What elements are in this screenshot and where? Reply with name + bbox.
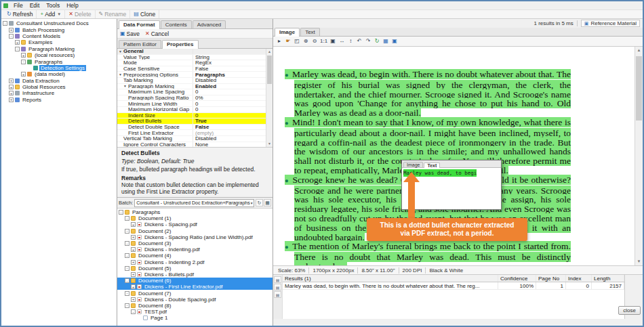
batch-tree-item[interactable]: Page 1 <box>117 315 273 321</box>
collapse-box-icon[interactable]: - <box>125 278 129 283</box>
collapse-box-icon[interactable]: - <box>21 60 26 64</box>
collapse-box-icon[interactable]: - <box>125 266 129 271</box>
batch-refresh-icon[interactable]: ↻ <box>256 199 263 206</box>
expand-box-icon[interactable]: + <box>131 272 136 277</box>
scrollbar-thumb[interactable] <box>636 56 642 121</box>
combo-dropdown-icon[interactable]: ▼ <box>250 201 254 205</box>
results-column-header[interactable]: Index <box>566 275 592 282</box>
batch-tree-item[interactable]: -Paragraphs <box>117 209 273 215</box>
save-button[interactable]: ▣ Save <box>120 30 140 37</box>
batch-tree-item[interactable]: -Document (7) <box>117 290 273 296</box>
batch-tree-item[interactable]: -Document (6) <box>117 278 273 284</box>
expand-box-icon[interactable]: + <box>9 91 14 95</box>
collapse-arrow-icon[interactable]: ▼ <box>123 84 127 88</box>
scroll-down-icon[interactable]: ▼ <box>266 141 273 147</box>
zoom-actual-icon[interactable]: 1:1 <box>319 37 328 45</box>
scroll-up-icon[interactable]: ▲ <box>635 47 643 54</box>
text-preview-popup[interactable]: ImageText Marley was dead, to begi <box>401 160 502 210</box>
expand-box-icon[interactable]: + <box>21 53 26 58</box>
expand-box-icon[interactable]: + <box>9 79 14 83</box>
tab-properties[interactable]: Properties <box>162 40 199 49</box>
batch-tree-item[interactable]: -TEST.pdf <box>117 309 273 315</box>
results-row[interactable]: Marley was dead, to begin with. There is… <box>283 282 624 290</box>
batch-tree-item[interactable]: +Dickens - Double Spacing.pdf <box>117 297 273 303</box>
nav-tree-item[interactable]: +Examples <box>1 39 117 45</box>
refresh-image-icon[interactable]: ↻ <box>373 37 381 45</box>
menu-tools[interactable]: Tools <box>43 2 63 9</box>
add-button[interactable]: +Add▼ <box>37 10 65 18</box>
select-pointer-icon[interactable]: ▸ <box>275 37 283 45</box>
viewport-scrollbar[interactable]: ▲ ▼ <box>635 47 643 265</box>
batch-tree-item[interactable]: -Document (2) <box>117 228 273 234</box>
expand-box-icon[interactable]: + <box>131 235 136 240</box>
batch-tree-item[interactable]: -Document (5) <box>117 265 273 271</box>
menu-file[interactable]: File <box>10 2 26 9</box>
properties-scrollbar[interactable]: ▲ ▼ <box>266 49 273 147</box>
menu-help[interactable]: Help <box>63 2 81 9</box>
collapse-box-icon[interactable]: - <box>15 47 20 51</box>
collapse-box-icon[interactable]: - <box>131 309 136 314</box>
collapse-box-icon[interactable]: - <box>125 303 129 308</box>
viewer-tab-image[interactable]: Image <box>275 28 300 37</box>
tab-advanced[interactable]: Advanced <box>193 20 226 28</box>
property-row[interactable]: Ignore Control CharactersNone <box>117 142 273 148</box>
scroll-up-icon[interactable]: ▲ <box>266 49 273 55</box>
zoom-out-icon[interactable]: ⊖ <box>310 37 319 45</box>
expand-box-icon[interactable]: + <box>131 260 136 265</box>
rotate-right-icon[interactable]: ↷ <box>364 37 372 45</box>
nav-tree-item[interactable]: -Content Models <box>1 33 117 39</box>
zoom-in-icon[interactable]: ⊕ <box>302 37 310 45</box>
status-segment[interactable]: Scale: 63% <box>275 267 308 274</box>
expand-box-icon[interactable]: + <box>9 28 14 32</box>
expand-box-icon[interactable]: + <box>21 72 26 77</box>
reference-material-button[interactable]: ▣ Reference Material <box>581 20 640 27</box>
status-segment[interactable]: 1700px x 2200px <box>309 267 357 274</box>
tab-pattern-editor[interactable]: Pattern Editor <box>119 40 161 48</box>
tab-data-format[interactable]: Data Format <box>119 20 160 29</box>
collapse-box-icon[interactable]: - <box>125 229 129 234</box>
batch-tree-item[interactable]: +Dickens - Bullets.pdf <box>117 271 273 278</box>
results-column-header[interactable]: Confidence <box>498 275 536 282</box>
collapse-box-icon[interactable]: - <box>125 216 129 221</box>
expand-box-icon[interactable]: + <box>9 97 14 102</box>
results-column-header[interactable]: Length <box>592 275 624 282</box>
pan-hand-icon[interactable]: ☛ <box>284 37 292 45</box>
nav-tree-item[interactable]: +Global Resources <box>1 84 117 90</box>
collapse-box-icon[interactable]: - <box>125 253 129 258</box>
close-button[interactable]: close <box>618 306 641 315</box>
fit-page-icon[interactable]: ▣ <box>329 37 337 45</box>
save-results-icon[interactable]: ▤ <box>274 291 281 298</box>
batch-tree-item[interactable]: +Dickens - Spacing.pdf <box>117 221 273 227</box>
batch-tree-item[interactable]: +Dickens - Indenting.pdf <box>117 246 273 253</box>
dropdown-arrow-icon[interactable]: ▼ <box>57 12 61 16</box>
rotate-left-icon[interactable]: ↶ <box>355 37 363 45</box>
nav-tree-item[interactable]: +Data Extraction <box>1 78 117 84</box>
nav-tree-item[interactable]: +(local resources) <box>1 52 117 58</box>
batch-tree-item[interactable]: +Dickens - Indenting 2.pdf <box>117 259 273 265</box>
nav-tree-item[interactable]: +(data model) <box>1 71 117 77</box>
status-segment[interactable]: Black & White <box>426 267 466 274</box>
expand-box-icon[interactable]: + <box>131 247 136 252</box>
batch-selector[interactable]: Consultant - Unstructured Doc Extraction… <box>134 199 254 207</box>
refresh-button[interactable]: ↻Refresh <box>3 10 37 18</box>
nav-tree-item[interactable]: -Paragraph Marking <box>1 46 117 52</box>
scroll-down-icon[interactable]: ▼ <box>635 258 643 265</box>
delete-button[interactable]: ✕Delete <box>65 10 95 18</box>
collapse-box-icon[interactable]: - <box>119 210 123 215</box>
collapse-box-icon[interactable]: - <box>125 291 129 296</box>
batch-tree-item[interactable]: -Document (8) <box>117 303 273 309</box>
grid-icon[interactable]: ▦ <box>382 37 390 45</box>
results-column-header[interactable]: Results (1) <box>283 275 498 282</box>
property-value[interactable]: None <box>193 141 273 148</box>
save-image-icon[interactable]: ▣ <box>390 37 399 45</box>
tab-contents[interactable]: Contents <box>161 20 192 28</box>
expand-box-icon[interactable]: + <box>15 40 20 45</box>
expand-box-icon[interactable]: + <box>9 85 14 89</box>
scrollbar-thumb[interactable] <box>267 56 272 84</box>
nav-tree-item[interactable]: +Infrastructure <box>1 90 117 96</box>
batch-tree-item[interactable]: -Document (4) <box>117 253 273 259</box>
expand-box-icon[interactable]: + <box>131 222 136 227</box>
collapse-box-icon[interactable]: - <box>125 241 129 246</box>
popup-tab-text[interactable]: Text <box>424 162 440 168</box>
viewer-tab-text[interactable]: Text <box>300 28 320 36</box>
